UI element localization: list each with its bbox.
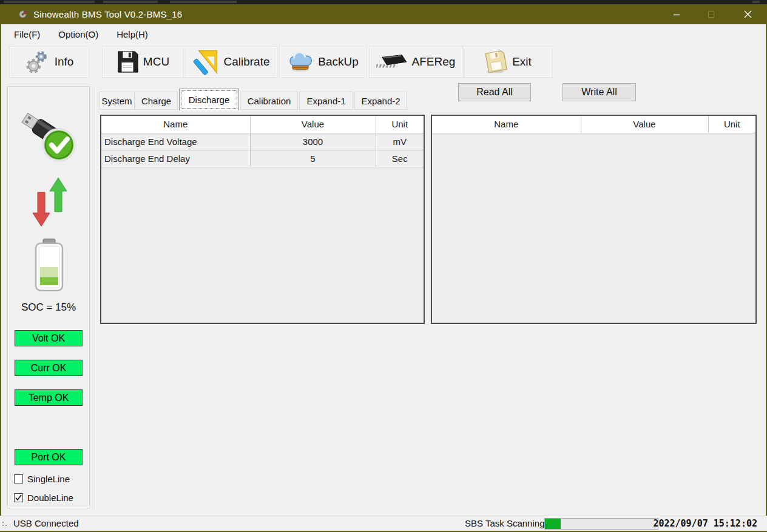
secondary-parameter-table: Name Value Unit (432, 116, 755, 133)
tab-calibration[interactable]: Calibration (240, 92, 298, 110)
tab-system-label: System (101, 96, 132, 106)
write-all-button[interactable]: Write All (563, 83, 636, 101)
minimize-icon (673, 11, 680, 18)
table-header-row: Name Value Unit (432, 116, 755, 133)
temp-ok-button[interactable]: Temp OK (15, 389, 83, 406)
tab-discharge[interactable]: Discharge (179, 89, 239, 110)
param-unit: Sec (376, 150, 424, 167)
sidebar-divider (94, 86, 95, 511)
tab-expand-1[interactable]: Expand-1 (299, 92, 353, 110)
col-header-name: Name (101, 116, 250, 133)
tab-expand-1-label: Expand-1 (306, 96, 345, 106)
gears-icon (25, 49, 50, 75)
exit-label: Exit (512, 55, 532, 69)
temp-ok-label: Temp OK (29, 392, 69, 403)
mcu-button[interactable]: MCU (102, 46, 183, 78)
exit-floppy-icon (484, 50, 508, 74)
read-all-button[interactable]: Read All (458, 83, 531, 101)
minimize-button[interactable] (663, 4, 691, 24)
discharge-parameter-panel: Name Value Unit Discharge End Voltage 30… (100, 115, 425, 324)
menu-help[interactable]: Help(H) (107, 25, 157, 43)
set-square-icon (192, 49, 219, 75)
curr-ok-label: Curr OK (31, 363, 67, 374)
backup-label: BackUp (318, 55, 359, 69)
cloud-icon (287, 50, 314, 74)
task-progress-bar (544, 518, 658, 530)
chip-icon (376, 50, 408, 73)
discharge-parameter-table: Name Value Unit Discharge End Voltage 30… (101, 116, 424, 167)
write-all-label: Write All (581, 87, 617, 98)
col-header-value: Value (581, 116, 708, 133)
table-header-row: Name Value Unit (101, 116, 424, 133)
task-status-label: SBS Task Scanning (465, 518, 544, 528)
read-all-label: Read All (476, 87, 513, 98)
singleline-checkbox[interactable] (14, 474, 23, 483)
info-button[interactable]: Info (9, 46, 89, 78)
info-label: Info (55, 55, 74, 69)
afereg-button[interactable]: AFEReg (369, 46, 462, 78)
usb-connected-icon (16, 109, 81, 164)
floppy-disk-icon (116, 50, 139, 73)
clock: 2022/09/07 15:12:02 (653, 518, 757, 529)
tab-charge[interactable]: Charge (135, 92, 178, 110)
toolbar: Info MCU Calibrate BackUp (1, 44, 766, 79)
table-row[interactable]: Discharge End Voltage 3000 mV (101, 133, 424, 150)
title-bar: Sinowealth BMS Tool V0.2-BMS_16 (0, 4, 767, 24)
col-header-value: Value (250, 116, 376, 133)
window-title: Sinowealth BMS Tool V0.2-BMS_16 (33, 9, 182, 19)
col-header-unit: Unit (708, 116, 755, 133)
backup-button[interactable]: BackUp (279, 46, 367, 78)
transfer-arrows-icon (32, 177, 67, 227)
calibrate-label: Calibrate (223, 55, 269, 69)
status-grip-icon (2, 522, 8, 528)
singleline-label: SingleLine (27, 474, 70, 484)
mcu-label: MCU (143, 55, 169, 69)
param-value[interactable]: 5 (250, 150, 376, 167)
port-ok-button[interactable]: Port OK (15, 449, 83, 465)
col-header-name: Name (432, 116, 581, 133)
param-name: Discharge End Voltage (101, 133, 250, 150)
tab-expand-2-label: Expand-2 (361, 96, 400, 106)
tab-expand-2[interactable]: Expand-2 (354, 92, 407, 110)
app-icon (18, 9, 29, 19)
volt-ok-label: Volt OK (32, 333, 65, 344)
menu-file[interactable]: File(F) (5, 25, 49, 43)
port-ok-label: Port OK (32, 452, 66, 463)
col-header-unit: Unit (376, 116, 424, 133)
maximize-button[interactable] (697, 4, 725, 24)
close-icon (744, 10, 752, 18)
exit-button[interactable]: Exit (463, 46, 552, 78)
status-sidebar: SOC = 15% Volt OK Curr OK Temp OK Port O… (7, 86, 90, 508)
task-progress-fill (545, 519, 561, 529)
singleline-checkbox-row[interactable]: SingleLine (14, 473, 70, 484)
doubleline-checkbox[interactable] (14, 493, 23, 502)
battery-level-icon (35, 238, 64, 292)
param-unit: mV (376, 133, 424, 150)
param-value[interactable]: 3000 (250, 133, 376, 150)
background-window-strip (0, 0, 767, 4)
afereg-label: AFEReg (412, 55, 456, 69)
menu-bar: File(F) Option(O) Help(H) (1, 24, 766, 44)
tab-discharge-label: Discharge (189, 95, 230, 105)
doubleline-checkbox-row[interactable]: DoubleLine (14, 492, 73, 503)
tab-system[interactable]: System (99, 92, 135, 110)
param-name: Discharge End Delay (101, 150, 250, 167)
table-row[interactable]: Discharge End Delay 5 Sec (101, 150, 424, 167)
tab-calibration-label: Calibration (248, 96, 291, 106)
status-bar: USB Connected SBS Task Scanning 2022/09/… (0, 516, 767, 531)
window-edge-left (0, 24, 1, 532)
check-icon (15, 494, 22, 501)
secondary-parameter-panel: Name Value Unit (431, 115, 757, 324)
doubleline-label: DoubleLine (27, 493, 73, 503)
tab-charge-label: Charge (141, 96, 171, 106)
soc-label: SOC = 15% (8, 301, 89, 314)
maximize-icon (708, 11, 715, 18)
close-button[interactable] (734, 4, 762, 24)
menu-option[interactable]: Option(O) (49, 25, 107, 43)
volt-ok-button[interactable]: Volt OK (15, 330, 83, 346)
connection-status: USB Connected (13, 518, 79, 528)
curr-ok-button[interactable]: Curr OK (15, 360, 83, 376)
calibrate-button[interactable]: Calibrate (185, 46, 277, 78)
